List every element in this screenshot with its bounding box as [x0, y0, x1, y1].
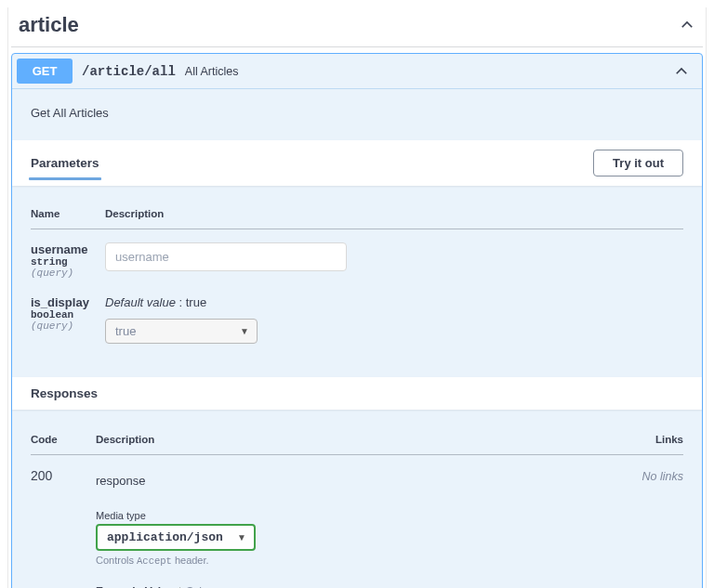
operation-block: GET /article/all All Articles Get All Ar… [11, 53, 703, 588]
media-type-select[interactable]: application/json ▼ [96, 524, 256, 551]
chevron-down-icon: ▼ [237, 532, 246, 542]
chevron-up-icon [673, 63, 690, 80]
tag-title: article [19, 13, 79, 37]
responses-title: Responses [31, 386, 98, 400]
select-value: application/json [107, 530, 223, 544]
tab-underline [29, 177, 101, 180]
tag-header[interactable]: article [11, 7, 703, 47]
response-code: 200 [31, 455, 96, 589]
endpoint-summary: All Articles [185, 65, 668, 78]
col-header-name: Name [31, 201, 105, 229]
http-method-badge: GET [17, 59, 73, 84]
col-header-description: Description [105, 201, 683, 229]
response-links: No links [642, 470, 683, 483]
operation-description: Get All Articles [12, 89, 702, 140]
endpoint-path: /article/all [73, 64, 185, 79]
param-name: is_display [31, 295, 105, 309]
col-header-code: Code [31, 426, 96, 455]
col-header-links: Links [609, 426, 683, 455]
param-row: username string (query) [31, 229, 683, 283]
controls-header-hint: Controls Accept header. [96, 555, 609, 567]
param-in: (query) [31, 320, 105, 332]
response-row: 200 response Media type application/json… [31, 455, 683, 589]
col-header-description: Description [96, 426, 609, 455]
chevron-down-icon: ▼ [240, 326, 249, 336]
operation-summary[interactable]: GET /article/all All Articles [12, 54, 702, 89]
media-type-label: Media type [96, 510, 609, 521]
is-display-select[interactable]: true ▼ [105, 319, 258, 344]
responses-header: Responses [12, 377, 702, 410]
parameters-table: Name Description username string (query) [31, 201, 683, 347]
response-description: response [96, 468, 609, 488]
param-type: string [31, 256, 105, 268]
default-value-line: Default value : true [105, 295, 683, 309]
chevron-up-icon [679, 17, 695, 33]
responses-table: Code Description Links 200 response Medi… [31, 426, 683, 588]
parameters-header: Parameters Try it out [12, 140, 702, 186]
param-type: boolean [31, 309, 105, 320]
try-it-out-button[interactable]: Try it out [593, 150, 683, 176]
select-value: true [115, 324, 136, 338]
param-in: (query) [31, 268, 105, 279]
param-row: is_display boolean (query) Default value… [31, 282, 683, 347]
param-name: username [31, 242, 105, 256]
parameters-title: Parameters [31, 156, 99, 170]
username-input[interactable] [105, 242, 347, 271]
